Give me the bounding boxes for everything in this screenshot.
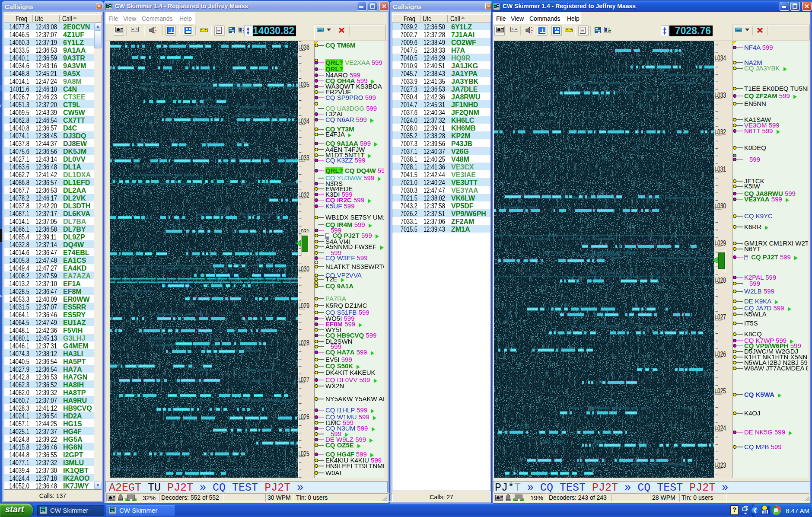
svg-text:032: 032 [717, 128, 726, 136]
svg-text:033: 033 [301, 154, 309, 162]
svg-text:028: 028 [301, 339, 309, 347]
svg-text:034: 034 [301, 118, 309, 125]
svg-text:034: 034 [717, 54, 726, 62]
svg-text:026: 026 [717, 351, 726, 358]
svg-text:025: 025 [717, 387, 726, 395]
svg-text:023: 023 [717, 462, 726, 469]
svg-text:026: 026 [301, 413, 309, 421]
svg-text:027: 027 [717, 313, 726, 321]
svg-text:027: 027 [301, 376, 309, 383]
svg-text:031: 031 [717, 166, 726, 173]
svg-text:033: 033 [717, 92, 726, 99]
svg-text:030: 030 [717, 202, 726, 210]
svg-text:032: 032 [301, 191, 309, 199]
svg-text:025: 025 [301, 450, 309, 457]
svg-text:028: 028 [717, 277, 726, 284]
svg-text:024: 024 [717, 424, 726, 432]
svg-text:029: 029 [717, 239, 726, 247]
svg-text:030: 030 [301, 265, 309, 273]
svg-text:035: 035 [301, 81, 309, 88]
svg-text:036: 036 [301, 44, 309, 51]
svg-text:029: 029 [301, 302, 309, 310]
